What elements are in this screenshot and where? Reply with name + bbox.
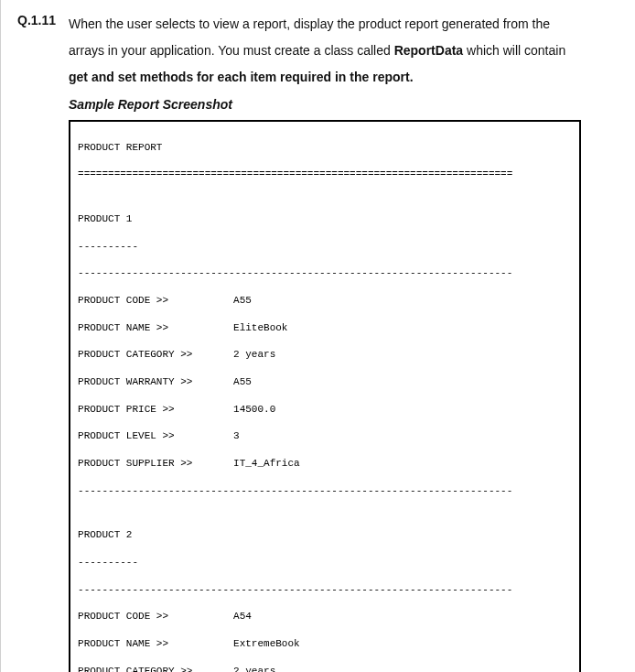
value-p1-code: A55	[233, 294, 252, 308]
document-page: Q.1.11 When the user selects to view a r…	[0, 0, 635, 672]
value-p2-name: ExtremeBook	[233, 637, 300, 651]
question-number: Q.1.11	[17, 13, 56, 27]
p1-category: PRODUCT CATEGORY >>2 years	[78, 348, 572, 362]
value-p1-warranty: A55	[233, 375, 252, 389]
rule-double: ========================================…	[78, 168, 572, 181]
p1-name: PRODUCT NAME >>EliteBook	[78, 321, 572, 335]
rule-single: ----------------------------------------…	[78, 266, 572, 280]
label-name: PRODUCT NAME >>	[78, 321, 233, 335]
label-code: PRODUCT CODE >>	[78, 294, 233, 308]
label-category: PRODUCT CATEGORY >>	[78, 665, 233, 672]
value-p1-price: 14500.0	[233, 403, 275, 417]
product-heading-2: PRODUCT 2	[78, 528, 572, 542]
question-row: Q.1.11 When the user selects to view a r…	[17, 13, 619, 672]
p2-category: PRODUCT CATEGORY >>2 years	[78, 665, 572, 672]
p2-code: PRODUCT CODE >>A54	[78, 610, 572, 623]
rule-short: ----------	[78, 556, 572, 569]
product-heading-1: PRODUCT 1	[78, 212, 572, 226]
question-line-1: When the user selects to view a report, …	[69, 13, 581, 36]
value-p1-supplier: IT_4_Africa	[233, 457, 300, 471]
report-content: PRODUCT REPORT =========================…	[78, 127, 572, 672]
label-name: PRODUCT NAME >>	[78, 637, 233, 651]
report-frame: PRODUCT REPORT =========================…	[69, 120, 581, 672]
value-p1-level: 3	[233, 429, 240, 443]
rule-short: ----------	[78, 240, 572, 254]
report-title: PRODUCT REPORT	[78, 141, 572, 155]
question-line-3: get and set methods for each item requir…	[69, 66, 581, 89]
rule-single: ----------------------------------------…	[78, 484, 572, 498]
value-p1-name: EliteBook	[233, 321, 287, 335]
p1-warranty: PRODUCT WARRANTY >>A55	[78, 375, 572, 389]
p1-code: PRODUCT CODE >>A55	[78, 294, 572, 308]
p2-name: PRODUCT NAME >>ExtremeBook	[78, 637, 572, 651]
label-category: PRODUCT CATEGORY >>	[78, 348, 233, 362]
q-line2-post: which will contain	[463, 43, 565, 58]
q-line2-pre: arrays in your application. You must cre…	[69, 43, 394, 58]
class-name: ReportData	[394, 43, 463, 58]
label-warranty: PRODUCT WARRANTY >>	[78, 375, 233, 389]
p1-price: PRODUCT PRICE >>14500.0	[78, 403, 572, 417]
label-code: PRODUCT CODE >>	[78, 610, 233, 623]
sample-caption: Sample Report Screenshot	[69, 93, 581, 116]
label-price: PRODUCT PRICE >>	[78, 403, 233, 417]
value-p1-category: 2 years	[233, 348, 275, 362]
p1-supplier: PRODUCT SUPPLIER >>IT_4_Africa	[78, 457, 572, 471]
p1-level: PRODUCT LEVEL >>3	[78, 429, 572, 443]
value-p2-code: A54	[233, 610, 252, 623]
question-body: When the user selects to view a report, …	[69, 13, 581, 672]
label-supplier: PRODUCT SUPPLIER >>	[78, 457, 233, 471]
rule-single: ----------------------------------------…	[78, 583, 572, 597]
question-line-2: arrays in your application. You must cre…	[69, 39, 581, 62]
label-level: PRODUCT LEVEL >>	[78, 429, 233, 443]
value-p2-category: 2 years	[233, 665, 275, 672]
